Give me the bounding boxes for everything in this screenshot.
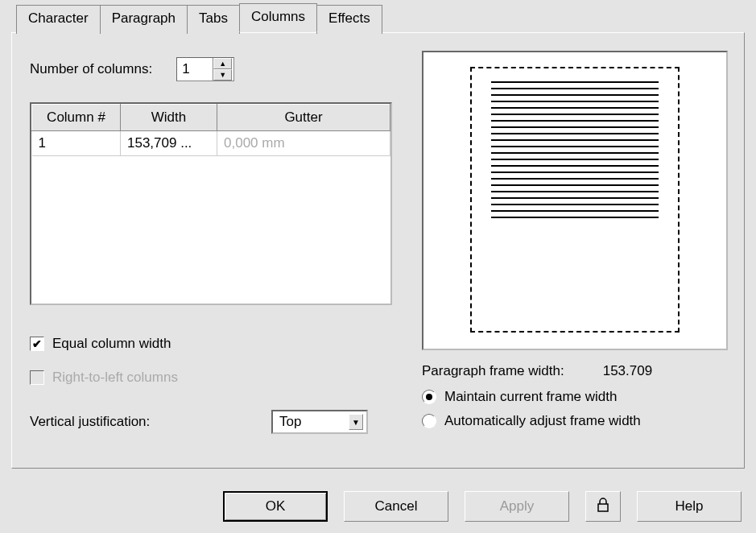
columns-input[interactable] bbox=[177, 58, 213, 81]
equal-width-checkbox[interactable]: ✔ bbox=[30, 337, 44, 351]
cell-column-gutter: 0,000 mm bbox=[217, 131, 390, 156]
tab-character[interactable]: Character bbox=[16, 5, 101, 34]
preview-page bbox=[470, 67, 680, 333]
tab-columns[interactable]: Columns bbox=[239, 3, 317, 32]
rtl-columns-label: Right-to-left columns bbox=[52, 370, 178, 386]
preview-pane bbox=[422, 51, 728, 350]
columns-table-container: Column # Width Gutter 1 153,709 ... 0,00… bbox=[30, 102, 392, 305]
chevron-down-icon: ▼ bbox=[349, 414, 363, 430]
spinner-down-button[interactable]: ▼ bbox=[213, 69, 232, 81]
ok-button[interactable]: OK bbox=[223, 491, 328, 522]
tab-strip: Character Paragraph Tabs Columns Effects bbox=[16, 5, 382, 34]
frame-width-section: Paragraph frame width: 153.709 Maintain … bbox=[422, 363, 728, 437]
tab-label: Tabs bbox=[199, 10, 228, 26]
maintain-width-label: Maintain current frame width bbox=[444, 389, 617, 405]
rtl-columns-checkbox-row: Right-to-left columns bbox=[30, 370, 178, 386]
table-row[interactable]: 1 153,709 ... 0,000 mm bbox=[32, 131, 390, 156]
rtl-columns-checkbox bbox=[30, 370, 44, 385]
tab-tabs[interactable]: Tabs bbox=[187, 5, 240, 34]
vertical-justification-row: Vertical justification: Top ▼ bbox=[30, 410, 368, 434]
columns-dialog: Character Paragraph Tabs Columns Effects… bbox=[0, 0, 756, 533]
maintain-width-radio-row[interactable]: Maintain current frame width bbox=[422, 389, 728, 405]
equal-width-checkbox-row[interactable]: ✔ Equal column width bbox=[30, 336, 171, 352]
lock-icon bbox=[597, 498, 609, 516]
tab-label: Paragraph bbox=[112, 10, 176, 26]
equal-width-label: Equal column width bbox=[52, 336, 171, 352]
tab-effects[interactable]: Effects bbox=[316, 5, 382, 34]
frame-width-value: 153.709 bbox=[603, 363, 652, 379]
vertical-justification-value: Top bbox=[279, 414, 301, 430]
column-header-width[interactable]: Width bbox=[121, 105, 217, 131]
columns-table: Column # Width Gutter 1 153,709 ... 0,00… bbox=[31, 104, 390, 156]
svg-rect-0 bbox=[598, 504, 608, 511]
preview-text-lines bbox=[491, 81, 659, 218]
number-of-columns-row: Number of columns: ▲ ▼ bbox=[30, 57, 234, 81]
spinner-up-button[interactable]: ▲ bbox=[213, 58, 232, 69]
apply-button: Apply bbox=[465, 491, 569, 522]
cancel-button[interactable]: Cancel bbox=[344, 491, 448, 522]
tab-paragraph[interactable]: Paragraph bbox=[100, 5, 188, 34]
dialog-button-row: OK Cancel Apply Help bbox=[223, 491, 742, 522]
help-button[interactable]: Help bbox=[637, 491, 742, 522]
auto-adjust-radio-row[interactable]: Automatically adjust frame width bbox=[422, 413, 728, 429]
cell-column-width: 153,709 ... bbox=[121, 131, 217, 156]
vertical-justification-combo[interactable]: Top ▼ bbox=[271, 410, 368, 434]
columns-spinner[interactable]: ▲ ▼ bbox=[176, 57, 234, 81]
spinner-buttons: ▲ ▼ bbox=[213, 58, 232, 81]
number-of-columns-label: Number of columns: bbox=[30, 61, 152, 77]
maintain-width-radio[interactable] bbox=[422, 390, 436, 404]
column-header-gutter[interactable]: Gutter bbox=[217, 105, 390, 131]
tab-label: Effects bbox=[328, 10, 370, 26]
lock-button[interactable] bbox=[585, 491, 621, 522]
cell-column-number: 1 bbox=[32, 131, 121, 156]
tab-label: Character bbox=[28, 10, 89, 26]
vertical-justification-label: Vertical justification: bbox=[30, 414, 271, 430]
tab-panel-columns: Number of columns: ▲ ▼ Column # Width Gu… bbox=[11, 32, 745, 469]
auto-adjust-label: Automatically adjust frame width bbox=[444, 413, 641, 429]
column-header-number[interactable]: Column # bbox=[32, 105, 121, 131]
auto-adjust-radio[interactable] bbox=[422, 414, 436, 428]
tab-label: Columns bbox=[251, 9, 305, 24]
frame-width-label: Paragraph frame width: bbox=[422, 363, 564, 379]
frame-width-readout: Paragraph frame width: 153.709 bbox=[422, 363, 728, 379]
